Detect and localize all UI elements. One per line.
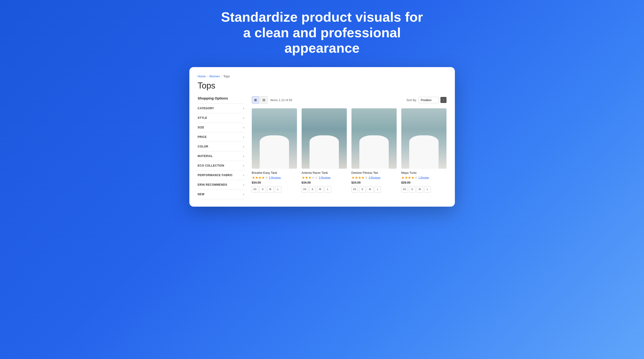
product-image	[302, 108, 347, 169]
sort-select[interactable]: Position	[418, 97, 438, 103]
review-count[interactable]: 1 Review	[418, 176, 429, 179]
breadcrumb-sep-2: ›	[221, 75, 222, 78]
size-options: XSSML	[252, 186, 297, 193]
filter-item-price[interactable]: PRICE ›	[198, 132, 244, 142]
stars-display: ★★★★★	[252, 176, 268, 180]
stars-row: ★★★★★ 3 Reviews	[352, 176, 397, 180]
size-button[interactable]: M	[367, 186, 373, 193]
size-button[interactable]: S	[409, 186, 416, 193]
size-button[interactable]: L	[325, 186, 331, 193]
breadcrumb: Home › Women › Tops	[198, 74, 446, 78]
size-button[interactable]: S	[260, 186, 266, 193]
items-count: Items 1-12 of 50	[270, 98, 404, 102]
size-button[interactable]: S	[359, 186, 366, 193]
filter-label: MATERIAL	[198, 154, 213, 158]
sort-asc-button[interactable]: ↑	[440, 97, 446, 103]
chevron-down-icon: ›	[243, 126, 244, 129]
filter-item-size[interactable]: SIZE ›	[198, 122, 244, 132]
size-button[interactable]: S	[309, 186, 316, 193]
stars-row: ★★★★★ 2 Reviews	[252, 176, 297, 180]
breadcrumb-women[interactable]: Women	[210, 74, 220, 78]
main-layout: Shopping Options CATEGORY › STYLE › SIZE…	[198, 96, 446, 199]
chevron-down-icon: ›	[243, 116, 244, 120]
product-image-bg	[352, 108, 397, 169]
filter-label: SIZE	[198, 126, 204, 129]
product-price: $29.00	[401, 181, 446, 184]
size-button[interactable]: L	[275, 186, 281, 193]
grid-view-button[interactable]: ⊞	[252, 96, 259, 104]
review-count[interactable]: 3 Reviews	[369, 176, 380, 179]
chevron-down-icon: ›	[243, 183, 244, 186]
star-half-icon: ★	[361, 176, 364, 180]
breadcrumb-home[interactable]: Home	[198, 74, 206, 78]
list-view-button[interactable]: ⊟	[260, 96, 268, 104]
filter-list: CATEGORY › STYLE › SIZE › PRICE › COLOR …	[198, 104, 244, 199]
filter-item-style[interactable]: STYLE ›	[198, 113, 244, 122]
product-shirt	[359, 135, 388, 168]
star-full-icon: ★	[305, 176, 308, 180]
chevron-down-icon: ›	[243, 145, 244, 148]
sort-label: Sort By	[406, 98, 416, 102]
product-card: Maya Tunic ★★★★★ 1 Review $29.00 XSSML	[401, 108, 446, 193]
sidebar: Shopping Options CATEGORY › STYLE › SIZE…	[198, 96, 244, 199]
view-icons: ⊞ ⊟	[252, 96, 268, 104]
chevron-down-icon: ›	[243, 164, 244, 168]
size-button[interactable]: XS	[352, 186, 358, 193]
product-price: $34.00	[252, 181, 297, 184]
size-button[interactable]: M	[417, 186, 423, 193]
filter-item-category[interactable]: CATEGORY ›	[198, 104, 244, 113]
star-full-icon: ★	[258, 176, 262, 180]
filter-label: PERFORMANCE FABRIC	[198, 174, 233, 177]
product-image-bg	[401, 108, 446, 169]
product-image-bg	[252, 108, 297, 169]
product-card: Desiree Fitness Tee ★★★★★ 3 Reviews $24.…	[352, 108, 397, 193]
page-title: Tops	[198, 81, 446, 90]
stars-display: ★★★★★	[302, 176, 318, 180]
star-empty-icon: ★	[364, 176, 368, 180]
filter-item-performance-fabric[interactable]: PERFORMANCE FABRIC ›	[198, 170, 244, 180]
filter-label: PRICE	[198, 135, 207, 138]
product-name: Maya Tunic	[401, 171, 446, 174]
size-button[interactable]: M	[317, 186, 324, 193]
review-count[interactable]: 2 Reviews	[269, 176, 281, 179]
chevron-down-icon: ›	[243, 154, 244, 158]
browser-card: Home › Women › Tops Tops Shopping Option…	[189, 67, 455, 207]
filter-item-erin-recommends[interactable]: ERIN RECOMMENDS ›	[198, 180, 244, 190]
size-button[interactable]: XS	[252, 186, 258, 193]
filter-item-eco-collection[interactable]: ECO COLLECTION ›	[198, 161, 244, 170]
filter-label: COLOR	[198, 145, 208, 148]
product-price: $34.00	[302, 181, 347, 184]
star-full-icon: ★	[411, 176, 414, 180]
review-count[interactable]: 3 Reviews	[319, 176, 331, 179]
chevron-down-icon: ›	[243, 106, 244, 110]
filter-item-color[interactable]: COLOR ›	[198, 142, 244, 151]
product-name: Breathe-Easy Tank	[252, 171, 297, 174]
chevron-down-icon: ›	[243, 173, 244, 177]
sidebar-heading: Shopping Options	[198, 96, 244, 100]
star-full-icon: ★	[302, 176, 305, 180]
stars-display: ★★★★★	[352, 176, 368, 180]
size-button[interactable]: L	[424, 186, 431, 193]
filter-item-material[interactable]: MATERIAL ›	[198, 151, 244, 161]
product-shirt	[409, 135, 438, 168]
star-half-icon: ★	[262, 176, 265, 180]
product-shirt	[260, 135, 289, 168]
star-full-icon: ★	[401, 176, 404, 180]
stars-display: ★★★★★	[401, 176, 418, 180]
star-full-icon: ★	[358, 176, 361, 180]
stars-row: ★★★★★ 3 Reviews	[302, 176, 347, 180]
filter-label: ECO COLLECTION	[198, 164, 224, 167]
size-options: XSSML	[352, 186, 397, 193]
product-card: Antonia Racer Tank ★★★★★ 3 Reviews $34.0…	[302, 108, 347, 193]
chevron-down-icon: ›	[243, 135, 244, 139]
filter-item-new[interactable]: NEW ›	[198, 190, 244, 199]
size-button[interactable]: XS	[302, 186, 308, 193]
product-name: Desiree Fitness Tee	[352, 171, 397, 174]
size-button[interactable]: M	[267, 186, 274, 193]
size-button[interactable]: XS	[401, 186, 408, 193]
size-button[interactable]: L	[374, 186, 381, 193]
size-options: XSSML	[302, 186, 347, 193]
toolbar: ⊞ ⊟ Items 1-12 of 50 Sort By Position ↑	[252, 96, 446, 104]
size-options: XSSML	[401, 186, 446, 193]
star-full-icon: ★	[352, 176, 355, 180]
